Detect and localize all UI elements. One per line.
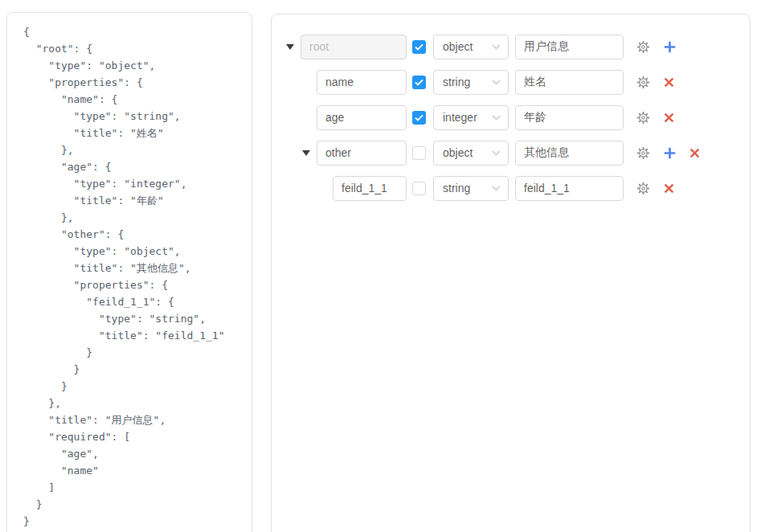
chevron-down-icon (492, 115, 501, 121)
field-type-select[interactable]: string (433, 70, 509, 95)
schema-field-row: string (272, 170, 750, 206)
add-child-button[interactable] (664, 147, 676, 159)
settings-gear-icon[interactable] (636, 182, 650, 195)
plus-icon (664, 41, 676, 53)
settings-gear-icon[interactable] (636, 111, 650, 125)
field-name-group (286, 70, 407, 95)
caret-slot (302, 115, 317, 121)
check-icon (415, 79, 423, 86)
required-checkbox[interactable] (412, 76, 426, 89)
field-type-value: string (443, 76, 470, 88)
delete-field-button[interactable] (664, 113, 674, 123)
chevron-down-icon (492, 44, 501, 50)
schema-field-row: object (272, 29, 750, 64)
field-title-input[interactable] (515, 176, 624, 201)
indent-spacer (286, 188, 318, 189)
field-type-select[interactable]: string (433, 176, 509, 201)
field-type-select[interactable]: object (433, 141, 509, 166)
field-type-select[interactable]: integer (433, 105, 509, 130)
field-type-value: object (443, 40, 472, 53)
schema-code-panel: { "root": { "type": "object", "propertie… (6, 12, 252, 532)
check-icon (415, 43, 423, 51)
chevron-down-icon (492, 186, 501, 191)
field-type-value: object (443, 146, 472, 159)
settings-gear-icon[interactable] (636, 76, 650, 89)
settings-gear-icon[interactable] (636, 40, 650, 54)
field-name-group (286, 141, 407, 166)
field-type-select[interactable]: object (433, 35, 509, 59)
indent-spacer (286, 117, 302, 118)
required-checkbox[interactable] (412, 182, 426, 195)
delete-field-button[interactable] (664, 77, 674, 88)
field-name-group (286, 105, 407, 130)
required-checkbox[interactable] (412, 40, 426, 54)
field-type-value: string (443, 182, 470, 194)
indent-spacer (286, 153, 302, 153)
check-icon (415, 114, 423, 121)
schema-field-row: string (272, 64, 750, 100)
field-type-value: integer (443, 111, 477, 124)
field-title-input[interactable] (515, 35, 624, 59)
caret-slot (286, 44, 301, 50)
field-name-input[interactable] (333, 176, 407, 201)
chevron-down-icon (492, 150, 501, 156)
settings-gear-icon[interactable] (636, 146, 650, 160)
delete-field-button[interactable] (664, 183, 674, 194)
schema-field-row: integer (272, 100, 750, 135)
chevron-down-icon (492, 80, 501, 85)
field-name-input[interactable] (317, 105, 407, 130)
plus-icon (664, 147, 676, 159)
caret-slot (302, 150, 317, 156)
schema-json-code: { "root": { "type": "object", "propertie… (23, 23, 245, 530)
caret-slot (318, 186, 333, 191)
caret-down-icon[interactable] (302, 150, 310, 156)
schema-field-rows: object (272, 29, 750, 206)
field-title-input[interactable] (515, 141, 624, 166)
add-child-button[interactable] (664, 41, 676, 53)
field-title-input[interactable] (515, 105, 624, 130)
field-name-group (286, 35, 407, 59)
field-name-input[interactable] (301, 35, 407, 59)
required-checkbox[interactable] (412, 146, 426, 160)
field-name-group (286, 176, 407, 201)
indent-spacer (286, 82, 302, 83)
field-name-input[interactable] (317, 70, 407, 95)
field-name-input[interactable] (317, 141, 407, 166)
required-checkbox[interactable] (412, 111, 426, 125)
schema-tree-panel: object (271, 14, 751, 532)
caret-down-icon[interactable] (286, 44, 294, 50)
caret-slot (302, 80, 317, 85)
schema-field-row: object (272, 135, 750, 170)
x-icon (689, 148, 700, 158)
x-icon (664, 183, 674, 194)
field-title-input[interactable] (515, 70, 624, 95)
x-icon (664, 77, 674, 88)
x-icon (664, 113, 674, 123)
delete-field-button[interactable] (689, 148, 700, 158)
